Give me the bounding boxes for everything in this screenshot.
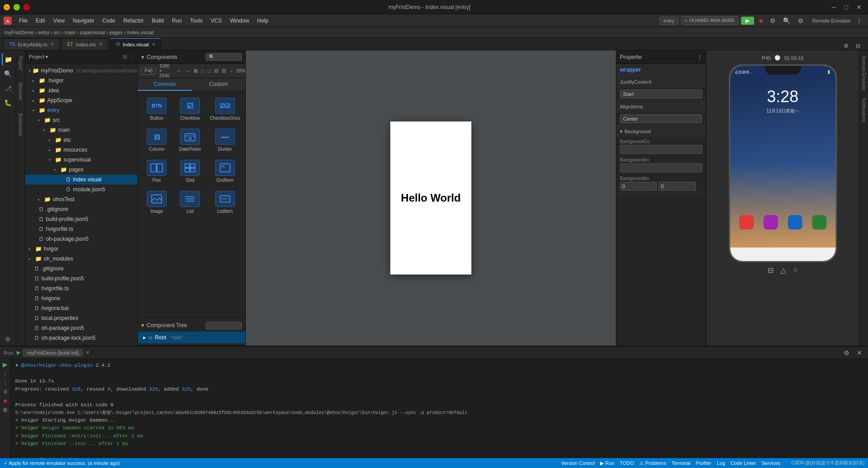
tab-close-indexvisual[interactable]: ✕ [152, 42, 155, 47]
activity-git[interactable]: ⎇ [2, 82, 14, 94]
zoom-level[interactable]: 20% [236, 68, 245, 73]
run-close-icon[interactable]: ✕ [854, 348, 864, 357]
run-clear-icon[interactable]: 🗑 [3, 407, 8, 413]
tree-hvigor-root[interactable]: ▸ 📁 hvigor [25, 244, 137, 254]
tab-close-entryability[interactable]: ✕ [50, 42, 54, 47]
more-menu-btn[interactable]: ⋮ [854, 16, 864, 25]
run-icon[interactable]: ▶ [17, 350, 20, 356]
activity-search[interactable]: 🔍 [2, 68, 14, 80]
justify-content-input[interactable] [620, 90, 702, 99]
tree-local-properties[interactable]: 🗋 local.properties [25, 313, 137, 323]
tree-entry[interactable]: ▾ 📁 entry [25, 105, 137, 115]
bg-pos-x-input[interactable] [620, 182, 657, 191]
notifications-label[interactable]: Notifications [860, 96, 867, 124]
settings-dots-icon[interactable]: ⋮ [129, 54, 134, 60]
menu-vcs[interactable]: VCS [207, 16, 226, 25]
menu-build[interactable]: Build [148, 16, 167, 25]
remote-emulator-sidebar-label[interactable]: Remote Emulator [860, 54, 867, 93]
collapse-all-icon[interactable]: ⊟ [123, 54, 127, 60]
tree-main[interactable]: ▾ 📁 main [25, 125, 137, 135]
comp-grid[interactable]: Grid [175, 157, 205, 185]
square-icon1[interactable]: □ [201, 68, 204, 74]
tab-custom[interactable]: Custom [192, 78, 246, 91]
nav-forward-icon[interactable]: → [185, 68, 190, 74]
status-problems[interactable]: ⚠ Problems [639, 460, 666, 466]
minus-icon1[interactable]: ⊟ [214, 68, 218, 74]
tab-close-indexets[interactable]: ✕ [99, 42, 102, 47]
run-scroll-up-icon[interactable]: ↑ [4, 371, 7, 377]
align-items-input[interactable] [620, 114, 702, 123]
activity-settings[interactable]: ⚙ [2, 333, 14, 346]
activity-project[interactable]: 📁 [2, 53, 14, 66]
tab-indexvisual[interactable]: VI Index.visual ✕ [110, 38, 161, 50]
close-button[interactable]: ✕ [23, 4, 30, 10]
tree-module-json5[interactable]: 🗋 module.json5 [25, 184, 137, 194]
tab-common[interactable]: Common [138, 78, 192, 91]
tree-supervisual[interactable]: ▾ 📁 supervisual [25, 155, 137, 165]
menu-navigate[interactable]: Navigate [69, 16, 98, 25]
minus-icon2[interactable]: ⊟ [222, 68, 226, 74]
tree-hvigorfile-entry[interactable]: 🗋 hvigorfile.ts [25, 224, 137, 234]
status-terminal[interactable]: Terminal [672, 460, 691, 466]
run-pause-icon[interactable]: ⏸ [3, 389, 8, 395]
tree-ohpackage-root[interactable]: 🗋 oh-package.json5 [25, 323, 137, 333]
status-code-linter[interactable]: Code Linter [731, 460, 756, 466]
justify-content-header[interactable]: JustifyContent [616, 76, 706, 88]
run-stop-icon[interactable]: ■ [4, 398, 7, 404]
status-run[interactable]: ▶ Run [600, 460, 614, 466]
menu-view[interactable]: View [50, 16, 68, 25]
menu-help[interactable]: Help [253, 16, 272, 25]
run-tab-label[interactable]: myFristDemo [build init] [23, 349, 83, 356]
comp-tree-collapse-icon[interactable]: ▾ [141, 322, 144, 328]
tab-settings-btn[interactable]: ⚙ [841, 42, 851, 50]
comp-datepicker[interactable]: 28 DatePicker [175, 126, 205, 154]
activity-debug[interactable]: 🐛 [2, 96, 14, 109]
comp-tree-root[interactable]: ▸ ⊟ Root "root" [138, 332, 245, 343]
comp-image[interactable]: Image [141, 188, 172, 216]
comp-checkboxgroup[interactable]: ☑☑ CheckboxGrou [208, 95, 242, 123]
menu-tools[interactable]: Tools [186, 16, 206, 25]
screenshot-icon[interactable]: ⊟ [768, 266, 773, 274]
bg-color-swatch[interactable] [620, 145, 702, 154]
home-icon[interactable]: ○ [793, 266, 798, 274]
maximize-button[interactable]: □ [14, 4, 20, 10]
tree-hvigorw-bat[interactable]: 🗋 hvigorw.bat [25, 303, 137, 313]
menu-code[interactable]: Code [99, 16, 119, 25]
comp-flex[interactable]: Flex [141, 157, 172, 185]
split-editor-btn[interactable]: ⊟ [854, 42, 863, 50]
status-profiler[interactable]: Profiler [696, 460, 711, 466]
tab-entryability[interactable]: TS EntryAbility.ts ✕ [4, 38, 60, 50]
tree-gitignore-entry[interactable]: 🗋 .gitignore [25, 204, 137, 214]
canvas-container[interactable]: Hello World [246, 50, 616, 346]
comp-listitem[interactable]: ListItem [208, 188, 242, 216]
menu-edit[interactable]: Edit [32, 16, 49, 25]
tree-hvigorw[interactable]: 🗋 hvigorw [25, 293, 137, 303]
minimize-button[interactable]: ─ [4, 4, 10, 10]
components-search-input[interactable] [206, 53, 242, 61]
tree-hvigor[interactable]: ▸ 📁 .hvigor [25, 76, 137, 86]
tree-gitignore-root[interactable]: 🗋 .gitignore [25, 264, 137, 274]
nav-back-icon[interactable]: ← [176, 68, 181, 74]
tree-appscope[interactable]: ▸ 📁 AppScope [25, 95, 137, 105]
zoom-out-icon[interactable]: − [230, 68, 232, 74]
run-config-selector[interactable]: entry [660, 17, 678, 25]
bookmarks-label[interactable]: Bookmarks [17, 112, 24, 138]
run-settings-icon[interactable]: ⚙ [841, 348, 852, 357]
win-maximize-btn[interactable]: □ [842, 3, 851, 12]
structure-label[interactable]: Structure [17, 81, 24, 103]
tree-ohpackage-entry[interactable]: 🗋 oh-package.json5 [25, 234, 137, 244]
menu-file[interactable]: File [15, 16, 31, 25]
comp-button[interactable]: BTN Button [141, 95, 172, 123]
device-selector[interactable]: ▹ HUAWEI ANA-AN00 [681, 16, 738, 25]
tree-pages[interactable]: ▾ 📁 pages [25, 165, 137, 175]
comp-column[interactable]: ⊟ Column [141, 126, 172, 154]
properties-more-icon[interactable]: ⋮ [697, 54, 702, 60]
align-items-header[interactable]: AlignItems [616, 101, 706, 112]
status-todo[interactable]: TODO [620, 460, 634, 466]
components-collapse-icon[interactable]: ▾ [141, 54, 144, 60]
run-restart-icon[interactable]: ▶ [3, 361, 8, 368]
tree-ohpackage-lock[interactable]: 🗋 oh-package-lock.json5 [25, 333, 137, 343]
tree-myfristdemo[interactable]: ▾ 📁 myFristDemo D:\workspace\hmos\myFris… [25, 66, 137, 76]
square-icon2[interactable]: □ [208, 68, 211, 74]
menu-window[interactable]: Window [226, 16, 253, 25]
